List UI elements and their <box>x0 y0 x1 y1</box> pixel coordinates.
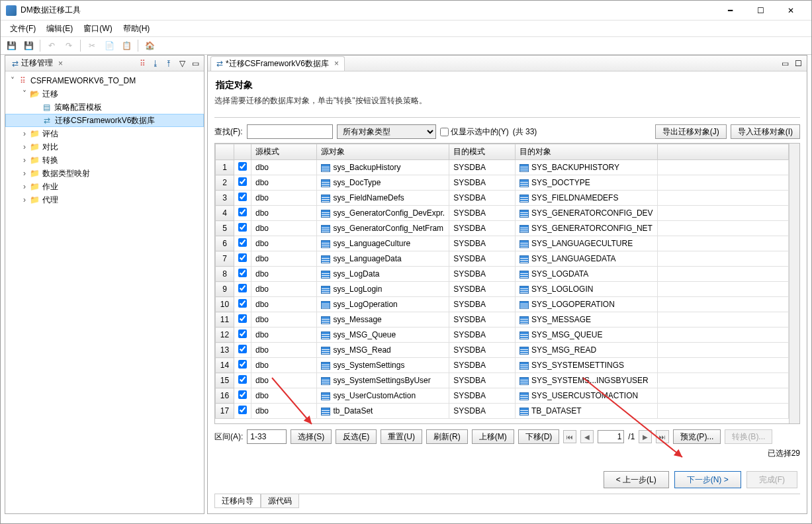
save-all-icon[interactable]: 💾 <box>21 38 36 54</box>
prev-step-button[interactable]: < 上一步(L) <box>604 471 669 488</box>
minimize-button[interactable]: ━ <box>715 1 745 20</box>
col-tgt-object[interactable]: 目的对象 <box>516 144 658 160</box>
table-row[interactable]: 16dbosys_UserCustomActionSYSDBASYS_USERC… <box>216 388 789 404</box>
migration-tree[interactable]: ˅⠿ CSFRAMEWORKV6_TO_DM ˅📂 迁移 ▤ 策略配置模板 ⇄ … <box>5 71 204 513</box>
table-row[interactable]: 11dbosys_MessageSYSDBASYS_MESSAGE <box>216 312 789 328</box>
row-checkbox[interactable] <box>238 238 247 247</box>
row-checkbox[interactable] <box>238 406 247 414</box>
convert-button[interactable]: 转换(B)... <box>725 429 772 444</box>
range-input[interactable] <box>247 429 287 444</box>
menu-edit[interactable]: 编辑(E) <box>42 22 77 36</box>
tree-agent[interactable]: ›📁 代理 <box>5 193 204 206</box>
vertical-scrollbar[interactable] <box>789 144 799 423</box>
export-objects-button[interactable]: 导出迁移对象(J) <box>655 124 727 139</box>
row-checkbox[interactable] <box>238 314 247 323</box>
table-row[interactable]: 2dbosys_DocTypeSYSDBASYS_DOCTYPE <box>216 175 789 191</box>
col-src-schema[interactable]: 源模式 <box>251 144 316 160</box>
finish-button[interactable]: 完成(F) <box>746 471 797 488</box>
row-checkbox[interactable] <box>238 177 247 186</box>
tree-migrate-db[interactable]: ⇄ 迁移CSFrameworkV6数据库 <box>5 114 204 127</box>
cut-icon[interactable]: ✂ <box>84 38 100 54</box>
import-objects-button[interactable]: 导入迁移对象(I) <box>731 124 800 139</box>
row-checkbox[interactable] <box>238 345 247 353</box>
table-row[interactable]: 6dbosys_LanguageCultureSYSDBASYS_LANGUAG… <box>216 236 789 251</box>
tab-close-icon[interactable]: × <box>58 59 63 68</box>
left-panel-tab[interactable]: ⇄ 迁移管理 × <box>8 56 67 70</box>
minimize-editor-icon[interactable]: ▭ <box>779 58 791 69</box>
undo-icon[interactable]: ↶ <box>44 38 60 54</box>
object-type-select[interactable]: 所有对象类型 <box>337 124 436 139</box>
select-button[interactable]: 选择(S) <box>291 429 332 444</box>
menu-window[interactable]: 窗口(W) <box>79 22 116 36</box>
tree-compare[interactable]: ›📁 对比 <box>5 140 204 153</box>
table-row[interactable]: 15dbosys_SystemSettingsByUserSYSDBASYS_S… <box>216 373 789 388</box>
view-menu-icon[interactable]: ▽ <box>176 58 188 69</box>
row-checkbox[interactable] <box>238 390 247 399</box>
table-row[interactable]: 1dbosys_BackupHistorySYSDBASYS_BACKUPHIS… <box>216 160 789 175</box>
tree-root[interactable]: ˅⠿ CSFRAMEWORKV6_TO_DM <box>5 74 204 87</box>
table-row[interactable]: 17dbotb_DataSetSYSDBATB_DATASET <box>216 404 789 419</box>
tree-convert[interactable]: ›📁 转换 <box>5 153 204 167</box>
tab-close-icon[interactable]: × <box>334 59 339 68</box>
reset-button[interactable]: 重置(U) <box>381 429 422 444</box>
show-selected-only-input[interactable] <box>440 128 449 136</box>
row-checkbox[interactable] <box>238 269 247 277</box>
next-page-icon[interactable]: ▶ <box>639 430 652 443</box>
row-checkbox[interactable] <box>238 284 247 292</box>
invert-button[interactable]: 反选(E) <box>336 429 377 444</box>
import-icon[interactable]: ⭳ <box>150 58 161 69</box>
tab-wizard[interactable]: 迁移向导 <box>214 494 261 508</box>
menu-help[interactable]: 帮助(H) <box>119 22 154 36</box>
table-row[interactable]: 9dbosys_LogLoginSYSDBASYS_LOGLOGIN <box>216 282 789 297</box>
tree-policy-template[interactable]: ▤ 策略配置模板 <box>5 101 204 114</box>
table-row[interactable]: 14dbosys_SystemSettingsSYSDBASYS_SYSTEMS… <box>216 358 789 373</box>
table-row[interactable]: 12dbosys_MSG_QueueSYSDBASYS_MSG_QUEUE <box>216 328 789 343</box>
table-row[interactable]: 4dbosys_GeneratorConfig_DevExpr.SYSDBASY… <box>216 206 789 221</box>
first-page-icon[interactable]: ⏮ <box>563 430 576 443</box>
table-row[interactable]: 10dbosys_LogOperationSYSDBASYS_LOGOPERAT… <box>216 297 789 312</box>
cluster-icon[interactable]: ⠿ <box>136 58 148 69</box>
row-checkbox[interactable] <box>238 360 247 369</box>
refresh-button[interactable]: 刷新(R) <box>426 429 468 444</box>
editor-tab[interactable]: ⇄ *迁移CSFrameworkV6数据库 × <box>210 56 345 71</box>
maximize-button[interactable]: ☐ <box>745 1 776 20</box>
save-icon[interactable]: 💾 <box>3 38 19 54</box>
table-row[interactable]: 5dbosys_GeneratorConfig_NetFramSYSDBASYS… <box>216 221 789 236</box>
search-input[interactable] <box>247 124 333 139</box>
table-row[interactable]: 8dbosys_LogDataSYSDBASYS_LOGDATA <box>216 267 789 282</box>
tree-migration[interactable]: ˅📂 迁移 <box>5 87 204 101</box>
move-down-button[interactable]: 下移(D) <box>518 429 560 444</box>
home-icon[interactable]: 🏠 <box>142 38 158 54</box>
export-icon[interactable]: ⭱ <box>163 58 175 69</box>
row-checkbox[interactable] <box>238 193 247 201</box>
prev-page-icon[interactable]: ◀ <box>580 430 594 443</box>
minimize-panel-icon[interactable]: ▭ <box>189 58 201 69</box>
row-checkbox[interactable] <box>238 223 247 232</box>
paste-icon[interactable]: 📋 <box>118 38 134 54</box>
redo-icon[interactable]: ↷ <box>61 38 77 54</box>
objects-grid[interactable]: 源模式 源对象 目的模式 目的对象 1dbosys_BackupHistoryS… <box>215 144 789 423</box>
close-button[interactable]: ✕ <box>776 1 806 20</box>
menu-file[interactable]: 文件(F) <box>6 22 40 36</box>
table-row[interactable]: 7dbosys_LanguageDataSYSDBASYS_LANGUAGEDA… <box>216 251 789 267</box>
row-checkbox[interactable] <box>238 253 247 262</box>
tree-evaluate[interactable]: ›📁 评估 <box>5 127 204 140</box>
show-selected-only-checkbox[interactable]: 仅显示选中的(Y) <box>440 126 509 138</box>
maximize-editor-icon[interactable]: ☐ <box>792 58 804 69</box>
move-up-button[interactable]: 上移(M) <box>472 429 514 444</box>
preview-button[interactable]: 预览(P)... <box>673 429 721 444</box>
row-checkbox[interactable] <box>238 162 247 171</box>
row-checkbox[interactable] <box>238 299 247 308</box>
row-checkbox[interactable] <box>238 375 247 384</box>
tab-source[interactable]: 源代码 <box>261 494 299 508</box>
last-page-icon[interactable]: ⏭ <box>656 430 669 443</box>
col-tgt-schema[interactable]: 目的模式 <box>449 144 516 160</box>
copy-icon[interactable]: 📄 <box>101 38 117 54</box>
tree-type-mapping[interactable]: ›📁 数据类型映射 <box>5 167 204 180</box>
col-src-object[interactable]: 源对象 <box>317 144 449 160</box>
row-checkbox[interactable] <box>238 329 247 338</box>
row-checkbox[interactable] <box>238 208 247 216</box>
next-step-button[interactable]: 下一步(N) > <box>674 471 741 488</box>
tree-job[interactable]: ›📁 作业 <box>5 180 204 193</box>
table-row[interactable]: 13dbosys_MSG_ReadSYSDBASYS_MSG_READ <box>216 343 789 358</box>
